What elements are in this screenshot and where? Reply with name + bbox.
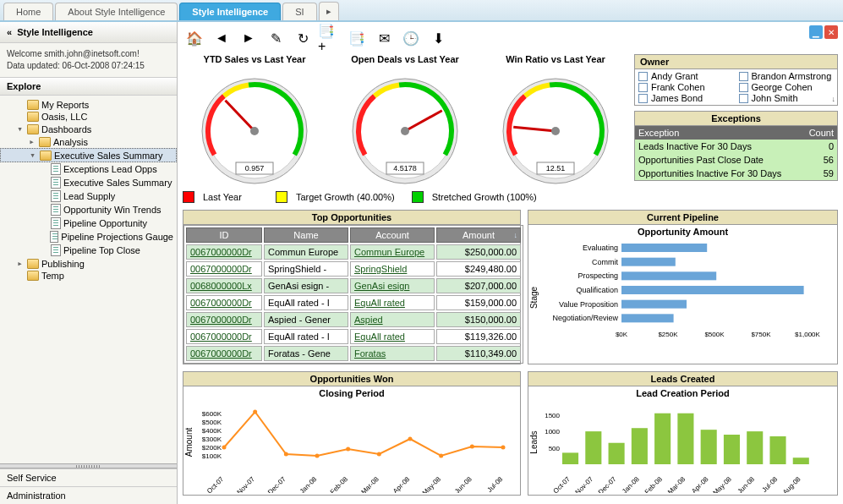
report-icon <box>51 244 61 256</box>
schedule-button[interactable]: 🕒 <box>399 27 423 49</box>
opp-account-link[interactable]: EquAll rated <box>354 331 405 342</box>
owner-brandon-armstrong[interactable]: Brandon Armstrong <box>739 71 835 81</box>
svg-point-15 <box>551 127 560 135</box>
tree-label: Pipeline Top Close <box>63 245 140 255</box>
owner-frank-cohen[interactable]: Frank Cohen <box>638 82 734 92</box>
svg-rect-28 <box>621 300 687 309</box>
col-id[interactable]: ID <box>186 227 262 243</box>
checkbox-icon <box>638 83 648 92</box>
owner-george-cohen[interactable]: George Cohen <box>739 82 835 92</box>
exception-row[interactable]: Leads Inactive For 30 Days0 <box>635 140 837 153</box>
col-account[interactable]: Account <box>350 227 435 243</box>
opportunity-row[interactable]: 0067000000DrAspied - GenerAspied$150,000… <box>186 312 521 327</box>
svg-point-61 <box>501 446 506 450</box>
exception-row[interactable]: Opportunities Past Close Date56 <box>635 153 837 167</box>
tab-style-intelligence[interactable]: Style Intelligence <box>179 3 281 20</box>
tree-item-opportunity-win-trends[interactable]: Opportunity Win Trends <box>0 203 177 216</box>
minimize-button[interactable]: ▁ <box>809 25 823 39</box>
scroll-down-icon[interactable]: ↓ <box>832 95 836 103</box>
tab-home[interactable]: Home <box>3 3 53 20</box>
opp-id-link[interactable]: 0067000000Dr <box>190 264 252 274</box>
twisty-icon[interactable]: ▾ <box>15 123 25 134</box>
svg-text:Mar-08: Mar-08 <box>666 475 687 493</box>
svg-point-43 <box>222 446 227 450</box>
edit-button[interactable]: ✎ <box>264 27 287 49</box>
owner-james-bond[interactable]: James Bond <box>638 93 734 103</box>
checkbox-icon <box>739 72 748 81</box>
twisty-icon[interactable]: ▾ <box>28 150 37 161</box>
tree-item-analysis[interactable]: ▸Analysis <box>0 135 177 148</box>
opp-id-link[interactable]: 0067000000Dr <box>190 298 252 308</box>
tree-item-pipeline-top-close[interactable]: Pipeline Top Close <box>0 244 177 257</box>
home-button[interactable]: 🏠 <box>183 27 206 49</box>
tree-item-pipeline-opportunity[interactable]: Pipeline Opportunity <box>0 216 177 230</box>
exc-col-count: Count <box>802 126 837 140</box>
tree-item-my-reports[interactable]: My Reports <box>0 99 177 111</box>
tree-item-executive-sales-summary[interactable]: ▾Executive Sales Summary <box>0 148 177 162</box>
opportunity-row[interactable]: 0067000000DrEquAll rated - IEquAll rated… <box>186 295 521 310</box>
owner-john-smith[interactable]: John Smith <box>739 93 835 103</box>
opp-account-link[interactable]: GenAsi esign <box>354 281 409 291</box>
opp-id-link[interactable]: 0067000000Dr <box>190 315 252 325</box>
tree-label: Pipeline Projections Gauge <box>61 232 173 242</box>
opp-account-link[interactable]: Commun Europe <box>354 247 424 257</box>
tree-item-exceptions-lead-opps[interactable]: Exceptions Lead Opps <box>0 162 177 176</box>
opp-account-link[interactable]: Foratas <box>354 348 386 359</box>
opp-id-link[interactable]: 0067000000Dr <box>190 247 252 257</box>
opp-account-link[interactable]: SpringShield <box>354 264 407 274</box>
opp-id-link[interactable]: 0067000000Dr <box>190 331 252 342</box>
tree-item-publishing[interactable]: ▸Publishing <box>0 257 177 270</box>
svg-text:$500K: $500K <box>202 419 222 426</box>
folder-icon <box>39 137 51 147</box>
refresh-button[interactable]: ↻ <box>291 27 315 49</box>
checkbox-icon <box>638 94 648 103</box>
tab-si[interactable]: SI <box>282 3 316 20</box>
nav-tree: My ReportsOasis, LLC▾Dashboards▸Analysis… <box>0 96 177 463</box>
tree-item-lead-supply[interactable]: Lead Supply <box>0 189 177 203</box>
owner-andy-grant[interactable]: Andy Grant <box>638 71 734 81</box>
self-service-link[interactable]: Self Service <box>0 468 177 486</box>
mail-button[interactable]: ✉ <box>372 27 396 49</box>
export-button[interactable]: ⬇ <box>426 27 450 49</box>
bookmark-button[interactable]: 📑 <box>345 27 369 49</box>
opportunity-row[interactable]: 0067000000DrForatas - GeneForatas$110,34… <box>186 346 521 361</box>
exception-row[interactable]: Opportunities Inactive For 30 Days59 <box>635 167 837 180</box>
opp-id-link[interactable]: 0068000000Lx <box>190 281 252 291</box>
opportunity-row[interactable]: 0067000000DrEquAll rated - IEquAll rated… <box>186 329 521 344</box>
collapse-icon[interactable]: « <box>7 27 12 37</box>
tab-about[interactable]: About Style Intelligence <box>55 3 178 20</box>
report-icon <box>50 231 59 243</box>
opportunity-row[interactable]: 0067000000DrSpringShield -SpringShield$2… <box>186 261 521 277</box>
updated-text: Data updated: 06-Oct-2008 07:24:15 <box>7 60 170 72</box>
opp-account-link[interactable]: Aspied <box>354 315 383 325</box>
opp-account-link[interactable]: EquAll rated <box>354 298 405 308</box>
administration-link[interactable]: Administration <box>0 486 177 504</box>
tree-item-oasis-llc[interactable]: Oasis, LLC <box>0 111 177 123</box>
tab-more[interactable]: ▸ <box>319 2 339 20</box>
svg-rect-30 <box>621 314 674 322</box>
opp-id-link[interactable]: 0067000000Dr <box>190 348 252 359</box>
opportunity-row[interactable]: 0068000000LxGenAsi esign -GenAsi esign$2… <box>186 278 521 293</box>
twisty-icon[interactable]: ▸ <box>27 136 36 147</box>
col-name[interactable]: Name <box>264 227 348 243</box>
svg-text:Jul-08: Jul-08 <box>761 475 780 493</box>
bookmark-add-button[interactable]: 📑+ <box>318 27 342 49</box>
svg-rect-22 <box>621 258 676 266</box>
tree-item-dashboards[interactable]: ▾Dashboards <box>0 123 177 135</box>
forward-button[interactable]: ► <box>237 27 260 49</box>
col-amount[interactable]: Amount↓ <box>436 227 521 243</box>
svg-text:Nov-07: Nov-07 <box>235 475 256 493</box>
close-button[interactable]: ✕ <box>824 25 838 39</box>
tree-item-executive-sales-summary[interactable]: Executive Sales Summary <box>0 176 177 189</box>
twisty-icon[interactable]: ▸ <box>15 258 25 269</box>
svg-text:Dec-07: Dec-07 <box>266 475 287 493</box>
svg-text:4.5178: 4.5178 <box>393 164 417 173</box>
tree-item-pipeline-projections-gauge[interactable]: Pipeline Projections Gauge <box>0 230 177 244</box>
exc-count: 0 <box>802 140 837 153</box>
back-button[interactable]: ◄ <box>210 27 233 49</box>
svg-point-59 <box>470 445 474 449</box>
tree-label: My Reports <box>41 100 89 110</box>
tree-item-temp[interactable]: Temp <box>0 270 177 282</box>
opportunity-row[interactable]: 0067000000DrCommun EuropeCommun Europe$2… <box>186 244 521 260</box>
top-opps-title: Top Opportunities <box>183 211 520 225</box>
